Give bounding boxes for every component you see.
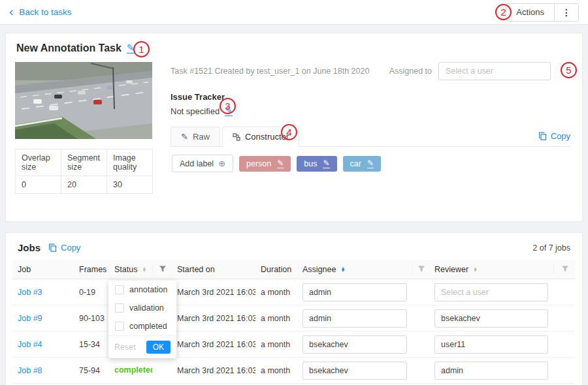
assignee-filter-button[interactable] bbox=[412, 264, 429, 275]
sort-carets-icon: ▲▼ bbox=[142, 267, 146, 272]
task-meta-row: Task #1521 Created by test_user_1 on Jun… bbox=[171, 62, 570, 80]
filter-reset-button[interactable]: Reset bbox=[114, 343, 136, 352]
tab-raw[interactable]: ✎ Raw bbox=[171, 127, 220, 146]
annotation-marker-4: 4 bbox=[281, 124, 297, 140]
edit-label-icon[interactable]: ✎ bbox=[277, 159, 284, 168]
actions-button-group: Actions ⋮ bbox=[506, 3, 579, 22]
label-chip-car[interactable]: car ✎ bbox=[343, 156, 381, 172]
job-duration: a month bbox=[255, 288, 297, 297]
jobs-table-header: Job Frames Status ▲▼ Started on Duration… bbox=[12, 260, 576, 279]
param-header-overlap: Overlap size bbox=[16, 149, 61, 176]
param-header-segment: Segment size bbox=[61, 149, 107, 176]
copy-labels-label: Copy bbox=[551, 131, 570, 141]
label-name: car bbox=[350, 159, 361, 168]
assignee-input[interactable] bbox=[302, 362, 407, 380]
annotation-marker-1: 1 bbox=[133, 41, 150, 57]
raw-pencil-icon: ✎ bbox=[181, 132, 188, 142]
status-filter-button[interactable] bbox=[152, 264, 172, 275]
copy-labels-link[interactable]: Copy bbox=[538, 131, 570, 146]
edit-label-icon[interactable]: ✎ bbox=[323, 159, 329, 168]
assignee-input[interactable] bbox=[302, 283, 407, 301]
copy-icon bbox=[48, 243, 57, 252]
task-preview-image bbox=[15, 62, 152, 139]
back-to-tasks-link[interactable]: ‹ Back to tasks bbox=[9, 7, 72, 18]
jobs-card: Jobs Copy 2 of 7 jobs Job Frames Status … bbox=[5, 232, 583, 385]
job-status: completed bbox=[114, 365, 152, 375]
task-meta-text: Task #1521 Created by test_user_1 on Jun… bbox=[171, 67, 369, 76]
column-status-sort[interactable]: Status ▲▼ bbox=[109, 260, 152, 279]
job-duration: a month bbox=[255, 366, 297, 375]
task-title: New Annotation Task bbox=[16, 42, 122, 54]
jobs-title: Jobs bbox=[18, 242, 41, 253]
checkbox-completed[interactable] bbox=[115, 322, 124, 331]
add-label-button[interactable]: Add label ⊕ bbox=[172, 155, 233, 172]
filter-option-completed[interactable]: completed bbox=[108, 317, 176, 335]
job-link[interactable]: Job #8 bbox=[18, 366, 42, 375]
sort-carets-icon-active: ▲▼ bbox=[340, 267, 345, 272]
filter-ok-button[interactable]: OK bbox=[146, 341, 171, 354]
kebab-icon: ⋮ bbox=[562, 7, 571, 18]
params-header-row: Overlap size Segment size Image quality bbox=[16, 149, 153, 176]
job-started: March 3rd 2021 16:03 bbox=[172, 314, 255, 323]
job-frames: 75-94 bbox=[74, 366, 109, 375]
job-row-3: Job #4 15-34 March 3rd 2021 16:03 a mont… bbox=[12, 331, 576, 358]
edit-label-icon[interactable]: ✎ bbox=[367, 159, 374, 168]
reviewer-input[interactable] bbox=[434, 335, 548, 354]
job-link[interactable]: Job #9 bbox=[18, 314, 42, 323]
filter-option-label: completed bbox=[129, 322, 167, 331]
column-assignee-sort[interactable]: Assignee ▲▼ bbox=[297, 260, 412, 279]
annotation-marker-5: 5 bbox=[561, 62, 577, 78]
reviewer-input[interactable] bbox=[434, 283, 548, 301]
traffic-scene-image bbox=[15, 62, 152, 139]
filter-option-label: annotation bbox=[129, 285, 167, 294]
issue-tracker-value: Not specified bbox=[171, 106, 220, 116]
filter-footer: Reset OK bbox=[108, 335, 176, 358]
job-frames: 0-19 bbox=[74, 288, 109, 297]
assignee-input[interactable] bbox=[302, 309, 407, 328]
filter-funnel-icon bbox=[159, 265, 167, 273]
task-left-column: Overlap size Segment size Image quality … bbox=[15, 62, 154, 194]
label-name: person bbox=[246, 159, 271, 168]
column-started-on: Started on bbox=[172, 260, 255, 279]
back-chevron-icon: ‹ bbox=[9, 5, 13, 18]
column-duration: Duration bbox=[255, 260, 297, 279]
reviewer-input[interactable] bbox=[434, 309, 548, 328]
jobs-header: Jobs Copy 2 of 7 jobs bbox=[12, 241, 576, 260]
job-duration: a month bbox=[255, 340, 297, 349]
column-reviewer-sort[interactable]: Reviewer ▲▼ bbox=[429, 260, 553, 279]
copy-jobs-label: Copy bbox=[61, 243, 80, 253]
back-to-tasks-label: Back to tasks bbox=[19, 7, 71, 17]
job-link[interactable]: Job #3 bbox=[18, 288, 42, 297]
copy-icon bbox=[538, 132, 547, 140]
param-value-overlap: 0 bbox=[16, 176, 61, 194]
job-row-1: Job #3 0-19 March 3rd 2021 16:03 a month bbox=[12, 279, 576, 305]
job-frames: 90-103 bbox=[74, 314, 109, 323]
status-filter-dropdown: annotation validation completed Reset OK bbox=[108, 281, 176, 358]
assignee-input[interactable] bbox=[302, 335, 407, 354]
job-status-cell: completed? bbox=[109, 365, 152, 375]
more-menu-button[interactable]: ⋮ bbox=[555, 4, 578, 21]
annotation-marker-2: 2 bbox=[495, 4, 512, 20]
jobs-count: 2 of 7 jobs bbox=[532, 243, 570, 253]
job-link[interactable]: Job #4 bbox=[18, 340, 42, 349]
filter-funnel-icon bbox=[561, 265, 569, 273]
checkbox-annotation[interactable] bbox=[115, 285, 124, 294]
job-started: March 3rd 2021 16:03 bbox=[172, 366, 255, 375]
plus-circle-icon: ⊕ bbox=[218, 159, 225, 168]
copy-jobs-link[interactable]: Copy bbox=[48, 243, 80, 253]
reviewer-filter-button[interactable] bbox=[553, 264, 576, 275]
label-chip-bus[interactable]: bus ✎ bbox=[297, 156, 336, 172]
checkbox-validation[interactable] bbox=[115, 303, 124, 313]
reviewer-input[interactable] bbox=[434, 362, 548, 380]
label-chip-person[interactable]: person ✎ bbox=[239, 156, 291, 172]
actions-button[interactable]: Actions bbox=[506, 4, 555, 21]
task-title-row: New Annotation Task ✎ bbox=[16, 42, 573, 54]
task-assignee-input[interactable] bbox=[438, 62, 551, 80]
job-duration: a month bbox=[255, 314, 297, 323]
filter-option-validation[interactable]: validation bbox=[108, 299, 176, 317]
filter-option-annotation[interactable]: annotation bbox=[108, 281, 176, 299]
task-params-table: Overlap size Segment size Image quality … bbox=[15, 149, 153, 194]
labels-constructor-area: Add label ⊕ person ✎ bus ✎ car ✎ bbox=[171, 147, 570, 180]
job-started: March 3rd 2021 16:03 bbox=[172, 288, 255, 297]
constructor-icon bbox=[233, 133, 240, 141]
